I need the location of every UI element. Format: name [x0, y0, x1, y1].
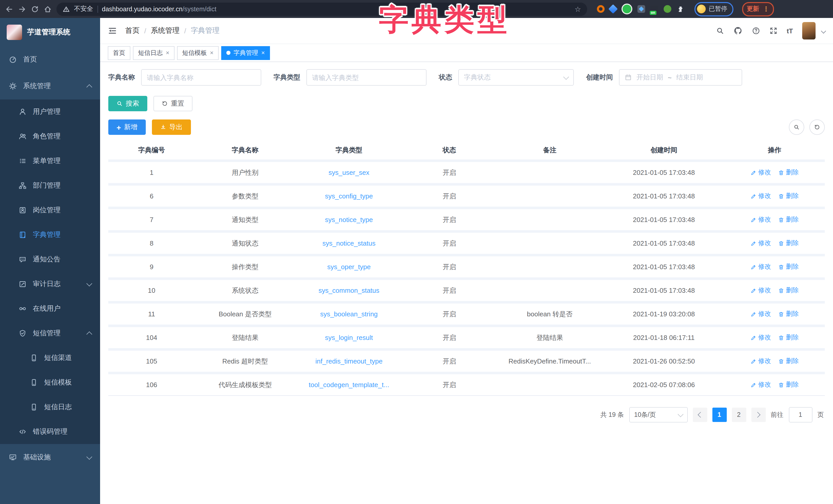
cell-dict-type-link[interactable]: sys_boolean_string [295, 310, 403, 318]
sidebar-item-depts[interactable]: 部门管理 [0, 173, 100, 198]
security-label[interactable]: 不安全 [74, 5, 93, 13]
dict-name-label: 字典名称 [108, 73, 135, 82]
goto-page-input[interactable] [789, 407, 812, 423]
cell-dict-type-link[interactable]: tool_codegen_template_t... [295, 381, 403, 388]
export-button[interactable]: 导出 [152, 120, 191, 135]
sidebar-item-sms-template[interactable]: 短信模板 [0, 370, 100, 395]
fullscreen-icon[interactable] [769, 27, 777, 35]
forward-icon[interactable] [18, 5, 26, 13]
refresh-table-button[interactable] [809, 120, 825, 135]
delete-link[interactable]: 删除 [778, 310, 799, 319]
page-size-select[interactable]: 10条/页 [629, 407, 688, 423]
back-icon[interactable] [5, 5, 13, 13]
delete-link[interactable]: 删除 [778, 262, 799, 271]
breadcrumb-system[interactable]: 系统管理 [151, 26, 180, 35]
sidebar-item-roles[interactable]: 角色管理 [0, 124, 100, 149]
github-icon[interactable] [733, 26, 742, 35]
toggle-search-button[interactable] [789, 120, 804, 135]
breadcrumb-home[interactable]: 首页 [125, 26, 140, 35]
tab-sms-template[interactable]: 短信模板 × [177, 46, 219, 60]
reload-icon[interactable] [31, 5, 39, 13]
cell-dict-type-link[interactable]: inf_redis_timeout_type [295, 357, 403, 365]
add-button[interactable]: + 新增 [108, 120, 146, 135]
cell-dict-type-link[interactable]: sys_user_sex [295, 169, 403, 176]
profile-paused-button[interactable]: 已暂停 [694, 2, 733, 16]
sidebar-item-posts[interactable]: 岗位管理 [0, 198, 100, 223]
delete-link[interactable]: 删除 [778, 286, 799, 295]
delete-link[interactable]: 删除 [778, 380, 799, 389]
page-button-1[interactable]: 1 [712, 408, 727, 422]
sidebar-item-online-users[interactable]: 在线用户 [0, 296, 100, 321]
app-logo-row[interactable]: 芋道管理系统 [0, 18, 100, 46]
tab-sms-log[interactable]: 短信日志 × [133, 46, 174, 60]
browser-menu-icon[interactable]: ⋮ [763, 6, 769, 12]
bookmark-star-icon[interactable]: ☆ [575, 5, 581, 13]
sidebar-item-notice[interactable]: 通知公告 [0, 247, 100, 272]
edit-link[interactable]: 修改 [751, 310, 771, 319]
extensions-puzzle-icon[interactable] [676, 5, 685, 13]
edit-link[interactable]: 修改 [751, 215, 771, 224]
font-size-icon[interactable]: tT [787, 27, 793, 34]
close-icon[interactable]: × [261, 50, 265, 56]
dict-type-input[interactable] [306, 69, 427, 85]
next-page-button[interactable] [751, 408, 765, 422]
prev-page-button[interactable] [693, 408, 707, 422]
cell-dict-type-link[interactable]: sys_notice_type [295, 216, 403, 224]
extension-leaf-icon[interactable] [664, 5, 671, 13]
delete-link[interactable]: 删除 [778, 168, 799, 177]
cell-dict-type-link[interactable]: sys_login_result [295, 334, 403, 342]
hamburger-icon[interactable] [108, 26, 117, 35]
cell-dict-type-link[interactable]: sys_oper_type [295, 263, 403, 271]
delete-link[interactable]: 删除 [778, 357, 799, 366]
edit-link[interactable]: 修改 [751, 357, 771, 366]
sidebar-item-menus[interactable]: 菜单管理 [0, 149, 100, 173]
cell-dict-type-link[interactable]: sys_notice_status [295, 240, 403, 247]
extension-green-icon[interactable] [622, 4, 632, 14]
home-icon[interactable] [44, 5, 52, 13]
search-icon[interactable] [716, 27, 724, 35]
sidebar-item-sms-log[interactable]: 短信日志 [0, 395, 100, 420]
extension-gem-icon[interactable] [609, 4, 618, 14]
cell-dict-id: 9 [108, 263, 195, 271]
delete-link[interactable]: 删除 [778, 333, 799, 342]
cell-dict-type-link[interactable]: sys_common_status [295, 286, 403, 294]
delete-link[interactable]: 删除 [778, 215, 799, 224]
sidebar-item-audit-log[interactable]: 审计日志 [0, 272, 100, 296]
extension-orange-icon[interactable] [597, 5, 604, 13]
sidebar-item-users[interactable]: 用户管理 [0, 99, 100, 124]
dict-name-input[interactable] [141, 69, 261, 85]
search-button[interactable]: 搜索 [108, 96, 147, 111]
edit-link[interactable]: 修改 [751, 333, 771, 342]
reset-button[interactable]: 重置 [153, 96, 192, 111]
edit-link[interactable]: 修改 [751, 380, 771, 389]
cell-dict-type-link[interactable]: sys_config_type [295, 192, 403, 200]
edit-link[interactable]: 修改 [751, 168, 771, 177]
sidebar-item-dict[interactable]: 字典管理 [0, 223, 100, 247]
edit-link[interactable]: 修改 [751, 286, 771, 295]
delete-link[interactable]: 删除 [778, 192, 799, 200]
close-icon[interactable]: × [166, 50, 169, 56]
avatar-caret-down-icon[interactable] [821, 28, 826, 33]
tab-home[interactable]: 首页 [108, 46, 130, 60]
tab-dict[interactable]: 字典管理 × [221, 46, 270, 60]
page-button-2[interactable]: 2 [732, 408, 746, 422]
edit-link[interactable]: 修改 [751, 262, 771, 271]
extension-switch-icon[interactable]: on [650, 5, 659, 12]
sidebar-item-home[interactable]: 首页 [0, 46, 100, 73]
sidebar-item-sms[interactable]: 短信管理 [0, 321, 100, 346]
help-icon[interactable] [752, 27, 760, 35]
status-select[interactable]: 字典状态 [458, 69, 574, 85]
user-avatar[interactable] [802, 22, 815, 40]
download-icon [160, 124, 166, 130]
close-icon[interactable]: × [210, 50, 214, 56]
sidebar-item-infra[interactable]: 基础设施 [0, 444, 100, 471]
sidebar-item-sms-channel[interactable]: 短信渠道 [0, 346, 100, 370]
browser-update-button[interactable]: 更新 ⋮ [742, 2, 774, 16]
delete-link[interactable]: 删除 [778, 239, 799, 248]
date-range-picker[interactable]: 开始日期 ~ 结束日期 [619, 69, 742, 85]
extension-diamond-icon[interactable] [638, 5, 645, 13]
edit-link[interactable]: 修改 [751, 239, 771, 248]
edit-link[interactable]: 修改 [751, 192, 771, 200]
sidebar-item-error-code[interactable]: 错误码管理 [0, 420, 100, 444]
sidebar-item-system[interactable]: 系统管理 [0, 73, 100, 99]
